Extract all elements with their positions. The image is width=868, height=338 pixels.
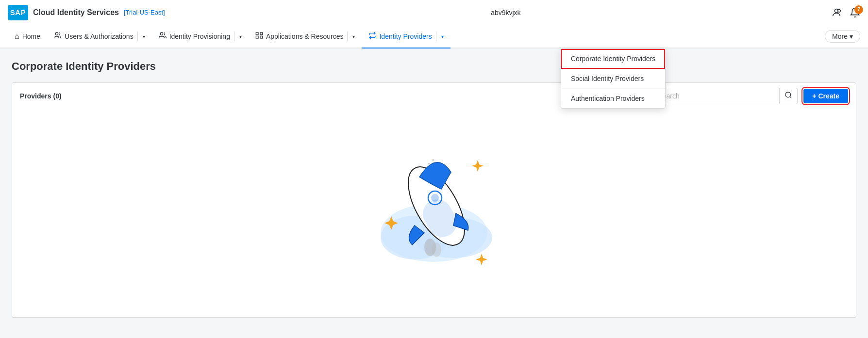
svg-point-4	[160, 32, 163, 35]
providers-count: Providers (0)	[20, 92, 647, 100]
page-title: Corporate Identity Providers	[12, 60, 856, 73]
nav-sep1	[137, 32, 138, 41]
nav-idp-label: Identity Providers	[379, 32, 432, 40]
idp-dropdown: Corporate Identity Providers Social Iden…	[561, 48, 666, 109]
idp-chevron-icon[interactable]: ▾	[441, 34, 444, 39]
page-content: Corporate Identity Providers Providers (…	[0, 48, 868, 318]
svg-rect-6	[260, 32, 263, 35]
nav-idp[interactable]: Identity Providers ▾	[362, 25, 450, 48]
nav-sep4	[436, 32, 436, 41]
nav-home-label: Home	[22, 32, 40, 40]
svg-point-21	[432, 242, 441, 257]
nav-sep3	[347, 32, 348, 41]
svg-marker-24	[476, 254, 487, 265]
nav-apps-label: Applications & Resources	[266, 32, 344, 40]
nav-users[interactable]: Users & Authorizations ▾	[47, 25, 152, 48]
provisioning-icon	[159, 32, 167, 41]
header-actions: 7	[831, 7, 860, 18]
empty-state-area	[12, 109, 856, 318]
main-navbar: ⌂ Home Users & Authorizations ▾ Identity…	[0, 25, 868, 48]
providers-toolbar: Providers (0) + Create	[12, 82, 856, 109]
svg-rect-8	[260, 36, 263, 38]
create-button[interactable]: + Create	[803, 89, 848, 103]
users-icon	[54, 32, 62, 41]
search-box	[652, 88, 798, 104]
nav-more[interactable]: More ▾	[825, 30, 860, 43]
search-input[interactable]	[653, 89, 779, 103]
rocket-illustration	[361, 136, 507, 272]
svg-rect-5	[256, 32, 258, 35]
tenant-id: abv9kvjxk	[491, 9, 520, 16]
apps-icon	[255, 32, 263, 41]
idp-icon	[368, 32, 376, 41]
nav-home[interactable]: ⌂ Home	[8, 25, 47, 48]
search-button[interactable]	[779, 88, 797, 104]
provisioning-chevron-icon[interactable]: ▾	[239, 34, 242, 39]
svg-line-10	[790, 97, 791, 98]
nav-apps[interactable]: Applications & Resources ▾	[249, 25, 362, 48]
app-title: Cloud Identity Services	[33, 8, 119, 17]
header-center: abv9kvjxk	[181, 9, 831, 16]
nav-users-label: Users & Authorizations	[65, 32, 134, 40]
rocket-svg	[361, 136, 507, 272]
home-icon: ⌂	[15, 32, 19, 41]
svg-point-3	[55, 32, 58, 35]
profile-button[interactable]	[831, 7, 842, 18]
nav-sep2	[234, 32, 234, 41]
app-header: SAP Cloud Identity Services [Trial-US-Ea…	[0, 0, 868, 25]
dropdown-auth-providers[interactable]: Authentication Providers	[561, 89, 665, 108]
notification-count: 7	[854, 5, 863, 14]
trial-badge: [Trial-US-East]	[124, 9, 165, 16]
nav-provisioning[interactable]: Identity Provisioning ▾	[152, 25, 249, 48]
svg-marker-22	[472, 160, 484, 172]
dropdown-corporate-idp[interactable]: Corporate Identity Providers	[561, 49, 665, 69]
nav-provisioning-label: Identity Provisioning	[169, 32, 230, 40]
apps-chevron-icon[interactable]: ▾	[352, 34, 355, 39]
logo-area: SAP Cloud Identity Services [Trial-US-Ea…	[8, 5, 165, 20]
svg-rect-7	[256, 36, 258, 38]
notification-button[interactable]: 7	[850, 7, 860, 18]
nav-more-label: More	[832, 32, 848, 40]
users-chevron-icon[interactable]: ▾	[143, 34, 145, 39]
dropdown-social-idp[interactable]: Social Identity Providers	[561, 69, 665, 89]
sap-logo: SAP	[8, 5, 28, 20]
svg-point-9	[785, 92, 791, 97]
more-chevron-icon: ▾	[850, 32, 853, 40]
